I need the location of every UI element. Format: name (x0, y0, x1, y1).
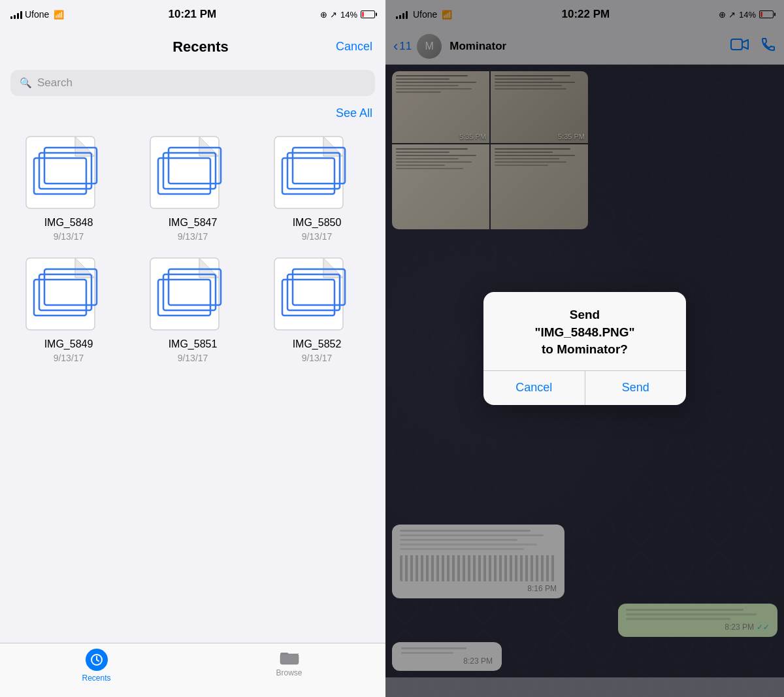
alert-send-button[interactable]: Send (585, 371, 687, 405)
file-name-2: IMG_5847 (169, 217, 218, 229)
battery-icon-left (361, 10, 375, 18)
file-icon-4 (20, 255, 118, 333)
signal-bars-left (10, 10, 22, 19)
search-placeholder: Search (37, 76, 73, 89)
file-icon-6 (268, 255, 366, 333)
search-bar-container: 🔍 Search (0, 65, 385, 104)
search-bar[interactable]: 🔍 Search (10, 70, 375, 96)
signal-bar-4 (20, 11, 22, 19)
signal-bar-2 (14, 15, 16, 19)
file-icon-5 (144, 255, 242, 333)
tab-recents-label: Recents (82, 673, 110, 683)
file-name-3: IMG_5850 (293, 217, 342, 229)
file-icon-2 (144, 133, 242, 212)
file-name-6: IMG_5852 (293, 338, 342, 350)
file-date-4: 9/13/17 (54, 353, 84, 363)
right-panel: Ufone 📶 10:22 PM ⊕ ↗ 14% ‹ 11 M Mominato… (385, 0, 784, 697)
file-date-5: 9/13/17 (178, 353, 208, 363)
alert-cancel-button[interactable]: Cancel (483, 371, 585, 405)
status-right-left: ⊕ ↗ 14% (320, 10, 375, 20)
file-item-img5852[interactable]: IMG_5852 9/13/17 (261, 255, 372, 363)
file-item-img5847[interactable]: IMG_5847 9/13/17 (137, 133, 248, 242)
alert-destination: to Mominator? (542, 342, 628, 356)
alert-title: Send "IMG_5848.PNG" to Mominator? (497, 306, 673, 359)
tab-recents[interactable]: Recents (0, 649, 193, 683)
file-icon-3 (268, 133, 366, 212)
file-item-img5848[interactable]: IMG_5848 9/13/17 (13, 133, 124, 242)
file-date-3: 9/13/17 (302, 231, 333, 242)
status-time-left: 10:21 PM (169, 8, 217, 21)
alert-buttons: Cancel Send (483, 371, 686, 405)
tab-browse[interactable]: Browse (193, 649, 385, 677)
search-icon: 🔍 (20, 77, 32, 89)
file-icon-1 (20, 133, 118, 212)
alert-filename: "IMG_5848.PNG" (534, 325, 634, 339)
nav-bar-left: Recents Cancel (0, 29, 385, 65)
alert-body: Send "IMG_5848.PNG" to Mominator? (483, 292, 686, 370)
signal-bar-1 (10, 16, 12, 19)
alert-dialog: Send "IMG_5848.PNG" to Mominator? Cancel… (483, 292, 686, 405)
location-icon-left: ⊕ ↗ (320, 10, 337, 20)
see-all-button[interactable]: See All (336, 106, 372, 120)
carrier-signal-left: Ufone 📶 (10, 9, 64, 20)
status-bar-left: Ufone 📶 10:21 PM ⊕ ↗ 14% (0, 0, 385, 29)
battery-body-left (361, 10, 375, 18)
modal-overlay: Send "IMG_5848.PNG" to Mominator? Cancel… (385, 0, 784, 697)
file-date-1: 9/13/17 (54, 231, 84, 242)
recents-icon (86, 649, 108, 671)
carrier-name-left: Ufone (25, 9, 49, 20)
signal-bar-3 (17, 13, 19, 19)
svg-line-32 (97, 660, 99, 661)
file-date-6: 9/13/17 (302, 353, 333, 363)
file-name-4: IMG_5849 (44, 338, 93, 350)
battery-fill-left (362, 12, 364, 17)
tab-browse-label: Browse (276, 668, 302, 677)
file-name-5: IMG_5851 (169, 338, 218, 350)
file-item-img5851[interactable]: IMG_5851 9/13/17 (137, 255, 248, 363)
files-grid: IMG_5848 9/13/17 IMG_5847 9/13/17 (0, 127, 385, 370)
cancel-button[interactable]: Cancel (336, 40, 372, 54)
file-item-img5850[interactable]: IMG_5850 9/13/17 (261, 133, 372, 242)
file-name-1: IMG_5848 (44, 217, 93, 229)
wifi-icon-left: 📶 (54, 10, 64, 20)
nav-title-left: Recents (172, 39, 229, 56)
file-item-img5849[interactable]: IMG_5849 9/13/17 (13, 255, 124, 363)
file-date-2: 9/13/17 (178, 231, 208, 242)
bottom-tabs: Recents Browse (0, 643, 385, 697)
browse-icon (278, 649, 301, 666)
see-all-row: See All (0, 104, 385, 127)
left-panel: Ufone 📶 10:21 PM ⊕ ↗ 14% Recents Cancel … (0, 0, 385, 697)
battery-percent-left: 14% (340, 10, 357, 20)
